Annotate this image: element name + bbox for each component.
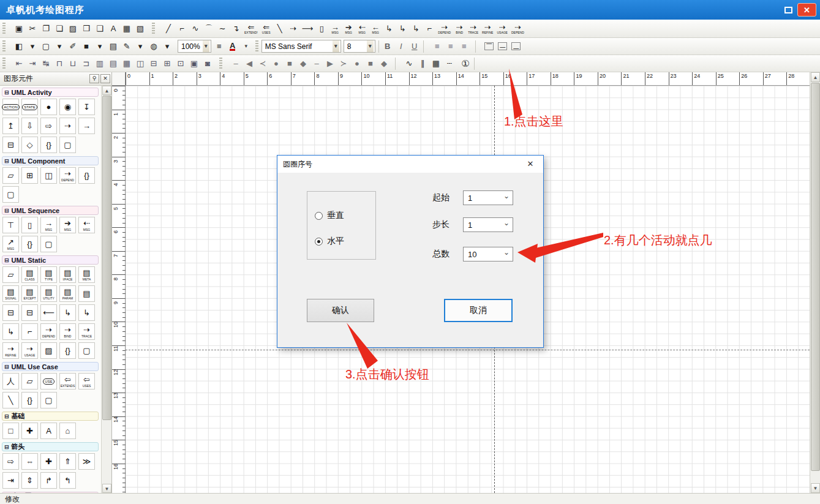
toolbar-drag-handle[interactable] bbox=[2, 40, 6, 53]
toolbar-button[interactable]: ▦ bbox=[120, 22, 134, 36]
shape-item[interactable]: ↱ bbox=[40, 472, 57, 489]
shape-item[interactable]: ⇢ bbox=[59, 118, 76, 134]
align-tool-button[interactable]: ⊓ bbox=[53, 57, 66, 70]
style-tool-button[interactable]: ▾ bbox=[160, 40, 174, 53]
shape-item[interactable]: STATE bbox=[21, 99, 38, 115]
shape-item[interactable]: ▯ bbox=[21, 217, 38, 233]
connector-tool-button[interactable]: ⌒ bbox=[202, 22, 216, 36]
shape-item[interactable]: 人 bbox=[2, 373, 19, 389]
connector-tool-button[interactable]: ⌐ bbox=[175, 22, 189, 36]
section-header-uml-use-case[interactable]: ⊟ UML Use Case bbox=[2, 362, 99, 371]
line-end-style-button[interactable]: ▶ bbox=[323, 57, 337, 70]
shape-item[interactable]: ⇢BIND bbox=[59, 323, 76, 340]
zoom-combo[interactable]: 100% ▾ bbox=[178, 40, 211, 53]
connector-tool-button[interactable]: ⇢REFINE bbox=[480, 22, 495, 36]
style-tool-button[interactable]: ✐ bbox=[66, 40, 80, 53]
font-color-button[interactable]: A bbox=[226, 40, 239, 53]
align-tool-button[interactable]: ↹ bbox=[39, 57, 53, 70]
connector-tool-button[interactable]: ⇢DEPEND bbox=[510, 22, 526, 36]
connector-tool-button[interactable]: ⇢USAGE bbox=[495, 22, 510, 36]
toolbar-button[interactable]: ❐ bbox=[39, 22, 53, 36]
connector-tool-button[interactable]: ⇐USES bbox=[260, 22, 273, 36]
shape-item[interactable]: ◉ bbox=[59, 99, 76, 115]
shape-item[interactable]: ⇢DEPEND bbox=[59, 167, 76, 184]
draw-tool-button[interactable]: ∿ bbox=[402, 57, 416, 70]
shape-item[interactable]: ⇢TRACE bbox=[78, 323, 95, 340]
align-tool-button[interactable]: ⊡ bbox=[174, 57, 187, 70]
align-tool-button[interactable]: ⇥ bbox=[26, 57, 39, 70]
draw-tool-button[interactable]: ┄ bbox=[443, 57, 456, 70]
shape-item[interactable]: ⌂ bbox=[59, 423, 76, 439]
line-end-style-button[interactable]: – bbox=[229, 57, 243, 70]
pin-icon[interactable]: ⚲ bbox=[89, 74, 99, 83]
shape-item[interactable]: →MSG bbox=[40, 217, 57, 233]
toolbar-drag-handle[interactable] bbox=[2, 58, 6, 70]
text-align-button[interactable]: ≡ bbox=[444, 40, 457, 53]
toolbar-button[interactable]: ❏ bbox=[53, 22, 66, 36]
shape-item[interactable]: ↳ bbox=[78, 304, 95, 321]
dialog-close-button[interactable]: ✕ bbox=[517, 156, 543, 173]
collapse-icon[interactable]: ⊟ bbox=[4, 158, 9, 164]
connector-tool-button[interactable]: ↳ bbox=[382, 22, 396, 36]
shape-item[interactable]: ▤I/FACE bbox=[59, 266, 76, 283]
shape-item[interactable]: ▢ bbox=[59, 137, 76, 153]
connector-tool-button[interactable]: ⇢ bbox=[287, 22, 300, 36]
restore-button[interactable] bbox=[784, 7, 792, 13]
align-tool-button[interactable]: ⊐ bbox=[80, 57, 93, 70]
align-tool-button[interactable]: ▣ bbox=[187, 57, 201, 70]
style-tool-button[interactable]: ▾ bbox=[26, 40, 39, 53]
shape-item[interactable]: ▤EXCEPT bbox=[21, 285, 38, 302]
shape-item[interactable]: ⊟ bbox=[2, 137, 19, 153]
shape-item[interactable]: ≫ bbox=[78, 453, 95, 470]
align-tool-button[interactable]: ◙ bbox=[201, 57, 214, 70]
shape-item[interactable]: ↳ bbox=[2, 323, 19, 340]
collapse-icon[interactable]: ⊟ bbox=[4, 257, 9, 263]
shape-item[interactable]: ▢ bbox=[40, 392, 57, 408]
connector-tool-button[interactable]: ↳ bbox=[396, 22, 409, 36]
shape-item[interactable]: ✚ bbox=[21, 423, 38, 439]
connector-tool-button[interactable]: ⇠MSG bbox=[355, 22, 369, 36]
shape-item[interactable]: ↥ bbox=[2, 118, 19, 134]
shape-item[interactable]: {} bbox=[21, 392, 38, 408]
font-color-dropdown[interactable]: ▾ bbox=[239, 40, 253, 53]
line-end-style-button[interactable]: ≻ bbox=[337, 57, 350, 70]
vertical-align-button[interactable]: ⎺ bbox=[483, 40, 496, 53]
style-tool-button[interactable]: ✎ bbox=[120, 40, 134, 53]
shape-item[interactable]: ⇦USES bbox=[78, 373, 95, 389]
shape-item[interactable]: □ bbox=[2, 423, 19, 439]
style-tool-button[interactable]: ▾ bbox=[134, 40, 147, 53]
chevron-down-icon[interactable]: ⌄ bbox=[503, 192, 510, 200]
font-size-combo[interactable]: 8 ▾ bbox=[344, 40, 375, 53]
shape-item[interactable]: ↳ bbox=[59, 304, 76, 321]
shape-item[interactable]: ➔MSG bbox=[59, 217, 76, 233]
panel-close-icon[interactable]: ✕ bbox=[100, 74, 110, 83]
connector-tool-button[interactable]: ▯ bbox=[315, 22, 328, 36]
shape-item[interactable]: ⇔ bbox=[21, 453, 38, 470]
connector-tool-button[interactable]: ↳ bbox=[409, 22, 423, 36]
close-button[interactable]: ✕ bbox=[797, 3, 816, 17]
scroll-up-icon[interactable]: ▲ bbox=[102, 86, 111, 95]
style-tool-button[interactable]: ▢ bbox=[39, 40, 53, 53]
shape-item[interactable]: ▱ bbox=[2, 167, 19, 184]
shape-item[interactable]: ✚ bbox=[40, 453, 57, 470]
connector-tool-button[interactable]: ⇐EXTEND! bbox=[243, 22, 260, 36]
line-end-style-button[interactable]: ● bbox=[350, 57, 364, 70]
line-end-style-button[interactable]: – bbox=[310, 57, 323, 70]
collapse-icon[interactable]: ⊟ bbox=[4, 208, 9, 214]
shape-item[interactable]: ╲ bbox=[2, 392, 19, 408]
italic-button[interactable]: I bbox=[394, 40, 408, 53]
shape-item[interactable]: ● bbox=[40, 99, 57, 115]
section-header-arrows[interactable]: ⊟ 箭头 bbox=[2, 442, 99, 451]
dialog-title-bar[interactable]: 圆圈序号 bbox=[277, 156, 543, 173]
shape-item[interactable]: ⌐ bbox=[21, 323, 38, 340]
shape-item[interactable]: ◇ bbox=[21, 137, 38, 153]
connector-tool-button[interactable]: ∿ bbox=[189, 22, 202, 36]
line-weight-button[interactable]: ≡ bbox=[213, 40, 226, 53]
connector-tool-button[interactable]: ╱ bbox=[162, 22, 175, 36]
section-header-uml-component[interactable]: ⊟ UML Component bbox=[2, 156, 99, 165]
shape-item[interactable]: ⇕ bbox=[21, 472, 38, 489]
shape-item[interactable]: ⇨ bbox=[2, 453, 19, 470]
shape-item[interactable]: ⇥ bbox=[2, 472, 19, 489]
style-tool-button[interactable]: ▤ bbox=[107, 40, 120, 53]
align-tool-button[interactable]: ⊞ bbox=[160, 57, 174, 70]
